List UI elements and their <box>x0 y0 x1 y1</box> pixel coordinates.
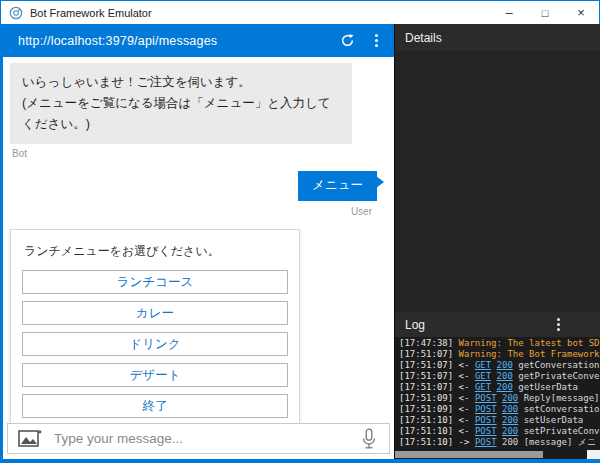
close-button[interactable]: × <box>563 1 599 24</box>
details-panel-body <box>395 51 600 312</box>
window-title: Bot Framework Emulator <box>30 7 152 19</box>
attach-image-icon[interactable] <box>18 429 42 448</box>
log-method-link[interactable]: GET <box>475 360 491 370</box>
user-message-row: メニュー <box>3 171 394 201</box>
user-message-bubble: メニュー <box>298 171 377 201</box>
minimize-button[interactable]: – <box>491 1 527 24</box>
log-panel-title: Log <box>405 318 425 332</box>
endpoint-address-bar: http://localhost:3979/api/messages <box>3 24 394 57</box>
menu-card-title: ランチメニューをお選びください。 <box>24 243 288 260</box>
log-method-link[interactable]: POST <box>475 404 497 414</box>
log-body: [17:47:38] Warning: The latest bot SD[17… <box>395 337 600 450</box>
log-method-link[interactable]: POST <box>475 415 497 425</box>
title-bar: Bot Framework Emulator – □ × <box>1 1 599 24</box>
maximize-button[interactable]: □ <box>527 1 563 24</box>
log-entry: [17:51:10] <- POST 200 setUserData <box>399 415 600 426</box>
microphone-icon[interactable] <box>361 428 377 450</box>
card-buttons: ランチコースカレードリンクデザート終了 <box>22 270 288 418</box>
message-input[interactable] <box>42 431 361 446</box>
window-controls: – □ × <box>491 1 599 24</box>
scrollbar-corner <box>587 450 600 459</box>
log-panel-header: Log <box>395 312 600 337</box>
log-status: 200 <box>502 437 518 447</box>
user-bubble-arrow <box>376 176 384 188</box>
log-entry-text: getConversation <box>518 360 599 370</box>
log-entry-text: [message] メニ <box>524 437 597 447</box>
bot-message-bubble: いらっしゃいませ！ご注文を伺います。 (メニューをご覧になる場合は「メニュー」と… <box>10 63 352 144</box>
log-entry: [17:51:10] <- POST 200 setPrivateConv <box>399 426 600 437</box>
log-method-link[interactable]: GET <box>475 382 491 392</box>
card-button[interactable]: 終了 <box>22 394 288 418</box>
log-status-link[interactable]: 200 <box>502 415 518 425</box>
log-status-link[interactable]: 200 <box>497 360 513 370</box>
log-entry: [17:51:09] <- POST 200 Reply[message] <box>399 393 600 404</box>
log-entry-text: setPrivateConv <box>524 426 600 436</box>
card-button[interactable]: デザート <box>22 363 288 387</box>
log-entry: [17:47:38] Warning: The latest bot SD <box>399 338 600 349</box>
message-input-bar <box>7 423 390 454</box>
log-entry: [17:51:07] <- GET 200 getPrivateConve <box>399 371 600 382</box>
log-method-link[interactable]: POST <box>475 426 497 436</box>
chat-panel: http://localhost:3979/api/messages いらっしゃ… <box>3 24 394 459</box>
log-entry-text: getUserData <box>518 382 578 392</box>
log-menu-icon[interactable] <box>557 318 560 331</box>
log-entry-text: setConversatio <box>524 404 600 414</box>
log-entry-text: getPrivateConve <box>518 371 599 381</box>
log-entry: [17:51:07] <- GET 200 getUserData <box>399 382 600 393</box>
log-status-link[interactable]: 200 <box>502 393 518 403</box>
app-window: Bot Framework Emulator – □ × http://loca… <box>0 0 600 463</box>
details-panel-title: Details <box>405 31 442 45</box>
log-method-link[interactable]: GET <box>475 371 491 381</box>
card-button[interactable]: カレー <box>22 301 288 325</box>
log-entry: [17:51:07] <- GET 200 getConversation <box>399 360 600 371</box>
conversation-menu-icon[interactable] <box>366 30 386 52</box>
log-status-link[interactable]: 200 <box>497 371 513 381</box>
log-entry: [17:51:09] <- POST 200 setConversatio <box>399 404 600 415</box>
app-logo-icon <box>9 6 23 20</box>
card-button[interactable]: ドリンク <box>22 332 288 356</box>
card-button[interactable]: ランチコース <box>22 270 288 294</box>
main-area: http://localhost:3979/api/messages いらっしゃ… <box>3 24 598 459</box>
details-panel-header: Details <box>395 24 600 51</box>
reconnect-icon[interactable] <box>336 30 358 52</box>
log-method-link[interactable]: POST <box>475 393 497 403</box>
user-sender-label: User <box>3 206 372 217</box>
message-list: いらっしゃいませ！ご注文を伺います。 (メニューをご覧になる場合は「メニュー」と… <box>3 57 394 459</box>
log-status-link[interactable]: 200 <box>502 404 518 414</box>
log-status-link[interactable]: 200 <box>502 426 518 436</box>
log-entry: [17:51:07] Warning: The Bot Framework <box>399 349 600 360</box>
endpoint-url[interactable]: http://localhost:3979/api/messages <box>18 34 217 48</box>
log-method-link[interactable]: POST <box>475 437 497 447</box>
menu-card: ランチメニューをお選びください。 ランチコースカレードリンクデザート終了 <box>10 229 300 430</box>
user-message-text: メニュー <box>312 178 363 192</box>
log-entry-text: setUserData <box>524 415 584 425</box>
bot-sender-label: Bot <box>12 148 394 159</box>
inspector-panel: Details Log [17:47:38] Warning: The late… <box>394 24 600 459</box>
scrollbar-thumb[interactable] <box>395 451 543 458</box>
log-entry-text: Reply[message] <box>524 393 600 403</box>
log-entry: [17:51:10] -> POST 200 [message] メニ <box>399 437 600 448</box>
log-status-link[interactable]: 200 <box>497 382 513 392</box>
log-horizontal-scrollbar[interactable] <box>395 450 600 459</box>
